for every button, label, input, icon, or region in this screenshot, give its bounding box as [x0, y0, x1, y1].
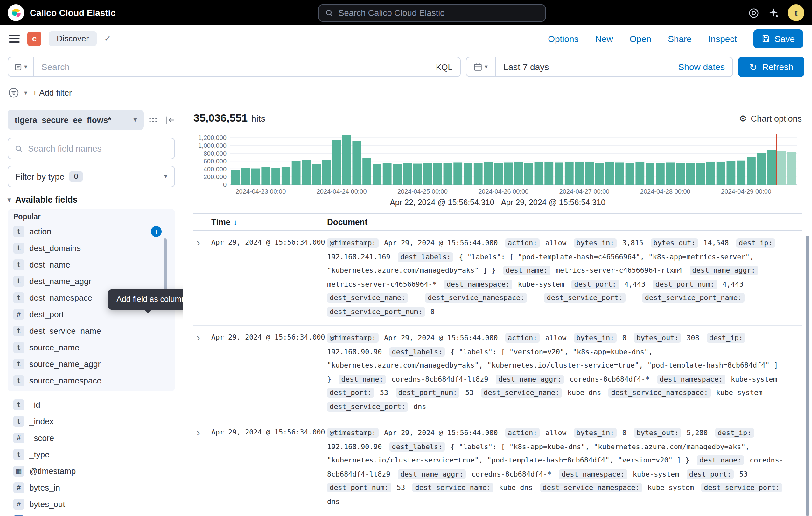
data-view-picker[interactable]: tigera_secure_ee_flows* ▾ [8, 110, 144, 130]
t-field-type-icon: t [13, 325, 24, 336]
time-column-header[interactable]: Time ↓ [211, 217, 327, 227]
field-stats-icon[interactable] [148, 115, 158, 125]
query-language-label[interactable]: KQL [436, 62, 453, 72]
field-item-_index[interactable]: t_index [8, 413, 175, 429]
t-field-type-icon: t [13, 242, 24, 253]
breadcrumb[interactable]: Discover [49, 31, 96, 46]
show-dates-button[interactable]: Show dates [678, 62, 732, 72]
field-name: _score [29, 433, 54, 442]
add-filter-button[interactable]: + Add filter [32, 88, 72, 98]
kql-query-field[interactable]: KQL [33, 57, 461, 77]
help-icon[interactable] [748, 7, 759, 18]
field-item-source_name[interactable]: tsource_name [8, 339, 175, 355]
add-field-as-column-button[interactable]: + [151, 226, 162, 237]
doc-field-value: 4,443 [624, 280, 645, 288]
field-item-dest_service_name[interactable]: tdest_service_name [8, 322, 175, 339]
field-name: source_name_aggr [29, 359, 100, 369]
field-item-_type[interactable]: t_type [8, 446, 175, 462]
save-button[interactable]: Save [753, 29, 803, 48]
expand-row-button[interactable]: › [194, 331, 211, 413]
doc-field-name: dest_port: [687, 469, 734, 479]
elastic-logo-icon[interactable] [8, 4, 24, 21]
expand-row-button[interactable]: › [194, 236, 211, 319]
field-item-source_name_aggr[interactable]: tsource_name_aggr [8, 355, 175, 372]
field-name: dest_port [29, 309, 64, 319]
share-button[interactable]: Share [668, 33, 692, 44]
svg-text:2024-04-24 00:00: 2024-04-24 00:00 [317, 188, 367, 195]
t-field-type-icon: t [13, 226, 24, 237]
field-item-dest_name[interactable]: tdest_name [8, 256, 175, 273]
available-fields-header[interactable]: ▾ Available fields [8, 195, 175, 205]
t-field-type-icon: t [13, 342, 24, 353]
collapse-sidebar-icon[interactable] [166, 115, 175, 125]
field-item-@timestamp[interactable]: ▦@timestamp [8, 462, 175, 479]
field-item-source_namespace[interactable]: tsource_namespace [8, 372, 175, 388]
doc-field-name: action: [505, 238, 540, 248]
doc-field-value: - [533, 294, 537, 302]
query-bar: ▾ KQL ▾ Last 7 days Show dates ↻ Refresh [0, 52, 812, 82]
gear-icon: ⚙ [739, 114, 747, 123]
results-table-body: ›Apr 29, 2024 @ 15:56:34.000@timestamp: … [194, 230, 802, 516]
kql-query-input[interactable] [41, 62, 436, 72]
doc-field-name: dest_namespace: [657, 374, 725, 384]
ai-assistant-icon[interactable] [768, 7, 779, 18]
field-item-action[interactable]: taction+ [8, 223, 175, 240]
doc-field-value: metrics-server-c46566964-rtxm4 [556, 266, 682, 275]
refresh-button[interactable]: ↻ Refresh [738, 57, 804, 77]
open-button[interactable]: Open [630, 33, 651, 44]
doc-field-value: Apr 29, 2024 @ 15:56:44.000 [384, 239, 498, 247]
calendar-menu-button[interactable]: ▾ [466, 57, 496, 77]
doc-field-name: dest_port_num: [653, 279, 717, 289]
field-name: bytes_out [29, 499, 65, 509]
filter-menu-icon[interactable] [8, 87, 19, 98]
time-range-value[interactable]: Last 7 days [496, 62, 556, 72]
svg-text:800,000: 800,000 [204, 150, 227, 157]
field-item-_id[interactable]: t_id [8, 396, 175, 413]
options-button[interactable]: Options [548, 33, 579, 44]
filter-by-type[interactable]: Filter by type 0 ▾ [8, 166, 175, 187]
doc-field-value: kube-system [633, 470, 679, 478]
doc-field-value: allow [545, 334, 567, 342]
field-name: _index [29, 416, 54, 426]
space-badge[interactable]: c [27, 31, 41, 46]
t-field-type-icon: t [13, 416, 24, 427]
nav-bar: c Discover ✓ Options New Open Share Insp… [0, 26, 812, 52]
field-item-dest_name_aggr[interactable]: tdest_name_aggr [8, 273, 175, 289]
chevron-down-icon[interactable]: ▾ [24, 89, 27, 96]
toolbar-actions: Options New Open Share Inspect Save [548, 29, 803, 48]
field-item-bytes_in[interactable]: #bytes_in [8, 479, 175, 496]
doc-field-name: bytes_out: [634, 333, 681, 343]
field-item-bytes_out[interactable]: #bytes_out [8, 496, 175, 512]
saved-query-menu-button[interactable]: ▾ [8, 57, 33, 77]
chart-time-range-caption: Apr 22, 2024 @ 15:56:54.310 - Apr 29, 20… [194, 198, 802, 207]
doc-field-value: metrics-server-c46566964-* [327, 280, 437, 288]
global-search-input[interactable] [339, 8, 539, 18]
field-search[interactable] [8, 138, 175, 159]
field-name: dest_service_name [29, 326, 101, 335]
doc-field-name: dest_namespace: [559, 469, 628, 479]
chevron-down-icon: ▾ [164, 173, 167, 180]
row-document: @timestamp: Apr 29, 2024 @ 15:56:44.000 … [327, 331, 802, 413]
fields-sidebar: tigera_secure_ee_flows* ▾ Filter by t [0, 105, 183, 516]
results-scrollbar[interactable] [806, 236, 809, 516]
chart-options-button[interactable]: ⚙ Chart options [739, 114, 802, 123]
user-avatar[interactable]: t [788, 4, 804, 21]
expand-row-button[interactable]: › [194, 426, 211, 508]
field-item-_score[interactable]: #_score [8, 429, 175, 446]
menu-icon[interactable] [9, 35, 20, 43]
doc-field-value: allow [545, 239, 567, 247]
doc-field-value: kube-dns [499, 484, 533, 492]
field-item-dest_domains[interactable]: tdest_domains [8, 240, 175, 256]
doc-field-value: - [414, 294, 418, 302]
doc-field-value: allow [545, 429, 567, 437]
global-header: Calico Cloud Elastic t [0, 0, 812, 26]
field-name: dest_name [29, 260, 70, 269]
field-item-dest_ip[interactable]: IPdest_ip [8, 512, 175, 516]
histogram-chart[interactable]: 0200,000400,000600,000800,0001,000,0001,… [194, 130, 799, 196]
field-search-input[interactable] [28, 144, 168, 153]
global-search[interactable] [318, 4, 546, 21]
new-button[interactable]: New [595, 33, 613, 44]
doc-field-value: 53 [739, 470, 748, 478]
doc-field-name: dest_name: [697, 456, 744, 465]
inspect-button[interactable]: Inspect [708, 33, 737, 44]
